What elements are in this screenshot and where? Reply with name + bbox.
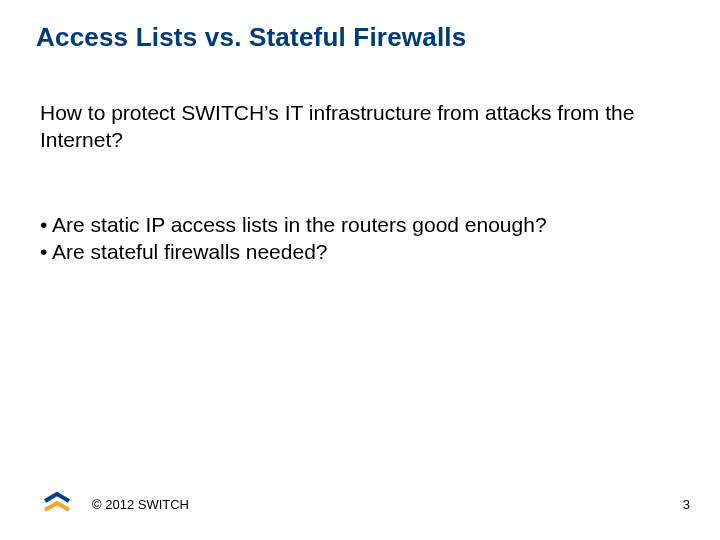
switch-logo-icon bbox=[44, 492, 72, 512]
slide-footer: © 2012 SWITCH 3 bbox=[44, 490, 690, 514]
copyright-text: © 2012 SWITCH bbox=[92, 497, 189, 512]
page-number: 3 bbox=[683, 497, 690, 512]
bullet-list: • Are static IP access lists in the rout… bbox=[40, 212, 680, 266]
slide: Access Lists vs. Stateful Firewalls How … bbox=[0, 0, 720, 540]
slide-body: How to protect SWITCH’s IT infrastructur… bbox=[40, 100, 680, 266]
intro-text: How to protect SWITCH’s IT infrastructur… bbox=[40, 100, 680, 154]
bullet-item: • Are stateful firewalls needed? bbox=[40, 239, 680, 266]
bullet-item: • Are static IP access lists in the rout… bbox=[40, 212, 680, 239]
slide-title: Access Lists vs. Stateful Firewalls bbox=[36, 22, 466, 53]
